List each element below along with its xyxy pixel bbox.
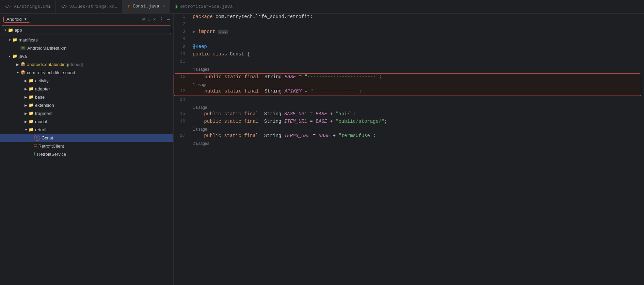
sidebar-actions: ⊕ ◇ ✕ ⋮ — [142,16,170,23]
line-content-10: public class Const { [193,51,644,57]
tree-extension[interactable]: ▶ 📁 extension [0,101,173,109]
tree-retrofit[interactable]: ▾ 📁 retrofit [0,125,173,134]
extension-label: extension [35,103,54,108]
expand-arrow-fragment: ▶ [23,112,29,115]
tab-values-strings-label: values/strings.xml [69,4,117,9]
xml-icon2: </> [61,5,67,9]
tab-vi-strings[interactable]: </> vi/strings.xml [0,0,56,13]
locate-icon[interactable]: ⊕ [142,16,145,22]
expand-arrow-manifests: ▾ [7,38,12,42]
databinding-icon: 📦 [20,62,26,67]
extension-folder-icon: 📁 [29,103,34,107]
chevron-down-icon: ▼ [24,17,27,21]
diamond-icon[interactable]: ◇ [148,17,150,22]
tab-retrofit-service[interactable]: ℹ RetrofitService.java [170,0,238,13]
code-line-14: 14 [174,97,644,104]
minimize-icon[interactable]: — [167,17,170,22]
code-line-2: 2 [174,21,644,29]
const-class-icon: © [36,136,38,140]
line-content-8 [193,36,644,37]
code-line-1: 1 package com.retrytech.life_sound.retro… [174,14,644,21]
line-num-1: 1 [174,14,191,19]
line-num-12: 12 [174,74,191,79]
code-line-10: 10 public class Const { [174,51,644,58]
code-line-3: 3 ▶ import ... [174,29,644,36]
line-num-13: 13 [174,88,191,94]
java-i-icon: ℹ [175,4,178,9]
tree-com-retrytech[interactable]: ▾ 📦 com.retrytech.life_sound [0,68,173,77]
modal-folder-icon: 📁 [29,119,34,124]
usage-hint-1c: 1 usage [174,126,644,133]
android-selector[interactable]: Android ▼ [3,16,30,23]
code-line-17: 17 public static final String TERMS_URL … [174,133,644,140]
editor-area: 1 package com.retrytech.life_sound.retro… [174,14,644,285]
expand-arrow-java: ▾ [7,54,12,58]
retrofit-client-label: RetrofitClient [38,144,64,149]
code-line-15: 15 public static final String BASE_URL =… [174,111,644,118]
app-root-item[interactable]: ▾ 📁 app [1,26,171,34]
tree-manifests[interactable]: ▾ 📁 manifests [0,36,173,44]
manifests-folder-icon: 📁 [12,37,17,42]
fragment-label: fragment [35,111,52,116]
code-line-13: 13 public static final String APIKEY = "… [174,88,641,96]
databinding-label: androidx.databinding [27,62,68,67]
code-line-11: 11 [174,58,644,66]
expand-arrow-adapter: ▶ [23,87,29,91]
fragment-folder-icon: 📁 [29,111,34,116]
more-icon[interactable]: ⋮ [159,16,164,23]
manifest-icon: M [20,46,26,50]
base-label: base [35,95,45,100]
line-num-17: 17 [174,133,191,138]
line-content-1: package com.retrytech.life_sound.retrofi… [193,14,644,20]
code-line-12: 12 public static final String BASE = "--… [174,74,641,81]
tree-retrofit-client[interactable]: © RetrofitClient [0,142,173,150]
tab-bar: </> vi/strings.xml </> values/strings.xm… [0,0,644,14]
tree-const[interactable]: © Const [0,134,173,142]
manifests-label: manifests [19,37,38,43]
code-editor[interactable]: 1 package com.retrytech.life_sound.retro… [174,14,644,285]
expand-arrow-modal: ▶ [23,120,29,123]
line-num-16: 16 [174,118,191,124]
java-folder-icon: 📁 [12,54,17,58]
line-content-9: @Keep [193,44,644,50]
expand-arrow-extension: ▶ [23,103,29,107]
retrofit-client-icon: © [34,144,37,148]
line-num-8: 8 [174,36,191,41]
line-content-11 [193,58,644,59]
tree-retrofit-service[interactable]: ℹ RetrofitService [0,150,173,158]
line-content-14 [193,97,644,97]
tree-java[interactable]: ▾ 📁 java [0,52,173,60]
line-num-10: 10 [174,51,191,56]
tree-activity[interactable]: ▶ 📁 activity [0,77,173,85]
tree-modal[interactable]: ▶ 📁 modal [0,117,173,125]
tree-base[interactable]: ▶ 📁 base [0,93,173,101]
retrytech-label: com.retrytech.life_sound [27,70,75,75]
adapter-folder-icon: 📁 [29,86,34,91]
line-num-14: 14 [174,97,191,102]
activity-folder-icon: 📁 [29,78,34,83]
tree-adapter[interactable]: ▶ 📁 adapter [0,85,173,93]
retrofit-service-icon: ℹ [34,152,36,156]
tree-fragment[interactable]: ▶ 📁 fragment [0,109,173,117]
tab-const-java-label: Const.java [133,4,159,9]
line-content-17: public static final String TERMS_URL = B… [193,133,644,139]
app-label: app [15,28,22,33]
expand-arrow-app: ▾ [2,28,8,32]
tree-android-manifest[interactable]: M AndroidManifest.xml [0,44,173,52]
close-tab-button[interactable]: ✕ [163,4,165,9]
main-area: Android ▼ ⊕ ◇ ✕ ⋮ — ▾ 📁 app ▾ 📁 [0,14,644,285]
expand-arrow-base: ▶ [23,95,29,99]
line-content-16: public static final String ITEM_URL = BA… [193,118,644,124]
close-icon[interactable]: ✕ [153,17,156,22]
code-line-9: 9 @Keep [174,44,644,51]
adapter-label: adapter [35,86,50,91]
usage-hint-4: 4 usages [174,66,644,73]
tab-values-strings[interactable]: </> values/strings.xml [56,0,122,13]
tab-const-java[interactable]: © Const.java ✕ [122,0,170,13]
tab-retrofit-service-label: RetrofitService.java [180,4,233,9]
expand-arrow-retrytech: ▾ [15,71,20,74]
android-label-text: Android [6,17,22,22]
usage-hint-1a: 1 usage [174,81,641,88]
tree-databinding[interactable]: ▶ 📦 androidx.databinding (debug) [0,60,173,68]
base-folder-icon: 📁 [29,95,34,99]
